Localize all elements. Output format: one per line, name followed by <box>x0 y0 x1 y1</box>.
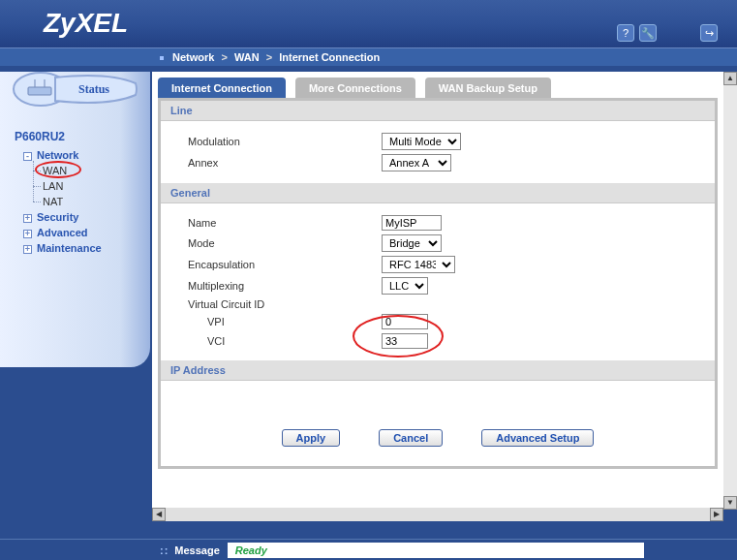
breadcrumb: Network > WAN > Internet Connection <box>0 48 737 66</box>
sidebar-item-lan[interactable]: LAN <box>43 178 150 194</box>
section-line: Line <box>161 101 715 121</box>
annex-label: Annex <box>188 157 382 169</box>
expand-icon[interactable]: + <box>23 214 32 223</box>
sidebar-item-nat[interactable]: NAT <box>43 194 150 209</box>
logout-icon[interactable]: ↪ <box>700 24 718 42</box>
status-bar: :: Message Ready <box>0 539 737 560</box>
breadcrumb-network[interactable]: Network <box>172 51 214 63</box>
section-general: General <box>161 183 715 203</box>
tab-more-connections[interactable]: More Connections <box>295 78 415 98</box>
apply-button[interactable]: Apply <box>282 429 341 447</box>
annex-select[interactable]: Annex A <box>382 154 451 171</box>
breadcrumb-wan[interactable]: WAN <box>234 51 260 63</box>
scroll-up-icon[interactable]: ▲ <box>723 72 737 85</box>
scroll-right-icon[interactable]: ▶ <box>710 508 723 521</box>
svg-text:Status: Status <box>78 82 109 96</box>
sidebar-item-maintenance[interactable]: +Maintenance <box>14 240 150 256</box>
encapsulation-label: Encapsulation <box>188 259 382 270</box>
status-button[interactable]: Status <box>41 72 144 112</box>
section-ip-address: IP Address <box>161 360 715 381</box>
name-label: Name <box>188 217 382 229</box>
vci-input[interactable] <box>382 333 428 349</box>
tools-icon[interactable]: 🔧 <box>639 24 657 42</box>
vpi-input[interactable] <box>382 314 428 329</box>
encapsulation-select[interactable]: RFC 1483 <box>382 256 455 273</box>
advanced-setup-button[interactable]: Advanced Setup <box>481 429 594 447</box>
sidebar-item-advanced[interactable]: +Advanced <box>14 225 150 240</box>
vpi-label: VPI <box>188 316 225 327</box>
vci-label: VCI <box>188 335 225 347</box>
multiplexing-label: Multiplexing <box>188 280 382 292</box>
sidebar-item-wan[interactable]: WAN <box>43 163 150 178</box>
mode-select[interactable]: Bridge <box>382 234 442 252</box>
modulation-label: Modulation <box>188 136 382 147</box>
sidebar-item-security[interactable]: +Security <box>14 209 150 225</box>
sidebar-item-network[interactable]: -Network <box>14 147 150 163</box>
content-panel: Internet Connection More Connections WAN… <box>152 72 723 510</box>
mode-label: Mode <box>188 237 382 249</box>
svg-rect-1 <box>28 87 51 95</box>
tab-wan-backup-setup[interactable]: WAN Backup Setup <box>425 78 551 98</box>
scroll-down-icon[interactable]: ▼ <box>723 496 737 510</box>
device-name: P660RU2 <box>0 112 150 147</box>
logo: ZyXEL <box>44 8 128 39</box>
vertical-scrollbar[interactable]: ▲ ▼ <box>723 72 737 510</box>
collapse-icon[interactable]: - <box>23 152 32 161</box>
breadcrumb-internet-connection: Internet Connection <box>279 51 380 63</box>
vcid-label: Virtual Circuit ID <box>188 298 382 310</box>
header-bar: ZyXEL ? 🔧 ↪ <box>0 0 737 48</box>
name-input[interactable] <box>382 215 442 231</box>
message-value: Ready <box>228 543 644 558</box>
message-label: Message <box>174 544 219 556</box>
help-icon[interactable]: ? <box>617 24 634 42</box>
expand-icon[interactable]: + <box>23 245 32 254</box>
cancel-button[interactable]: Cancel <box>379 429 443 447</box>
expand-icon[interactable]: + <box>23 230 32 238</box>
tab-internet-connection[interactable]: Internet Connection <box>158 78 286 98</box>
horizontal-scrollbar[interactable]: ◀ ▶ <box>152 508 723 521</box>
modulation-select[interactable]: Multi Mode <box>382 133 461 150</box>
scroll-left-icon[interactable]: ◀ <box>152 508 166 521</box>
multiplexing-select[interactable]: LLC <box>382 277 428 295</box>
